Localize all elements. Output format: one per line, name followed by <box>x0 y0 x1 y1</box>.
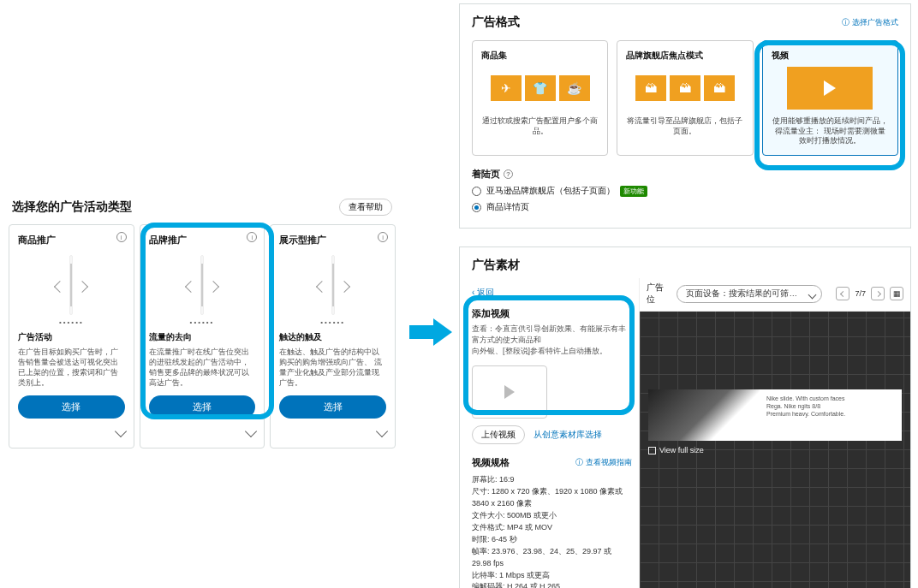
chevron-left-icon[interactable] <box>185 281 197 293</box>
format-title: 视频 <box>772 50 889 62</box>
video-guide-link[interactable]: ⓘ 查看视频指南 <box>575 457 632 468</box>
campaign-type-title: 选择您的广告活动类型 <box>12 199 132 215</box>
preview-area: Where will my ad show? Nike slide. With … <box>640 278 910 588</box>
carousel-dots[interactable]: •••••• <box>18 318 125 326</box>
carousel-dots[interactable]: •••••• <box>149 318 256 326</box>
radio-detail-page[interactable]: 商品详情页 <box>472 201 898 213</box>
help-icon[interactable]: ? <box>504 169 513 179</box>
creative-title: 广告素材 <box>472 258 898 273</box>
add-video-label: 添加视频 <box>472 307 632 320</box>
select-button[interactable]: 选择 <box>149 395 256 419</box>
select-button[interactable]: 选择 <box>279 395 386 419</box>
format-desc: 使用能够重播放的延续时间产品，得流量业主： 现场时需要测微量效时打播放情况。 <box>772 116 889 146</box>
format-title: 品牌旗舰店焦点模式 <box>626 50 743 62</box>
card-desc: 在广告目标如购买广告时，广告销售量会被送达可视化突出已上架的位置，搜索词和广告类… <box>18 347 125 389</box>
ad-preview: Nike slide. With custom faces Rega. Nike… <box>648 389 902 441</box>
card-sponsored-brands[interactable]: i 品牌推广 •••••• 流量的去向 在流量推广时在线广告位突出的进驻线发起的… <box>140 224 265 448</box>
chevron-down-icon[interactable] <box>376 425 388 437</box>
ad-preview-text: Nike slide. With custom faces Rega. Nike… <box>760 389 902 441</box>
format-product-collection[interactable]: 商品集 ✈👕☕ 通过软或搜索广告配置用户多个商品。 <box>472 40 608 156</box>
card-title: 商品推广 <box>18 234 125 246</box>
info-icon[interactable]: i <box>247 232 257 242</box>
chevron-down-icon[interactable] <box>115 425 127 437</box>
format-store-spotlight[interactable]: 品牌旗舰店焦点模式 🏔🏔🏔 将流量引导至品牌旗舰店，包括子页面。 <box>617 40 753 156</box>
ad-preview-image <box>648 389 760 441</box>
chevron-right-icon[interactable] <box>207 281 219 293</box>
help-toggle[interactable]: 查看帮助 <box>339 199 392 216</box>
chevron-right-icon[interactable] <box>76 281 88 293</box>
back-link[interactable]: ‹ 返回 <box>472 287 632 299</box>
upload-video-button[interactable]: 上传视频 <box>472 425 525 444</box>
card-title: 品牌推广 <box>149 234 256 246</box>
chevron-right-icon[interactable] <box>338 281 350 293</box>
from-asset-library-link[interactable]: 从创意素材库选择 <box>534 429 602 441</box>
radio-store[interactable]: 亚马逊品牌旗舰店（包括子页面） 新功能 <box>472 185 898 197</box>
play-icon <box>504 385 515 399</box>
expand-icon <box>648 447 656 454</box>
landing-page-label: 着陆页? <box>472 168 898 181</box>
play-icon <box>824 80 836 96</box>
campaign-type-panel: 选择您的广告活动类型 查看帮助 i 商品推广 •••••• 广告活动 在广告目标… <box>5 193 399 448</box>
format-title: 商品集 <box>481 50 599 62</box>
card-sub: 触达的触及 <box>279 331 386 343</box>
pager-next[interactable] <box>871 287 885 300</box>
card-sponsored-display[interactable]: i 展示型推广 •••••• 触达的触及 在触达、触及广告的结构中以购买的购角增… <box>270 224 396 448</box>
placement-label: 广告位 <box>647 282 670 306</box>
placement-select[interactable]: 页面设备：搜索结果的可筛选重新… <box>677 285 822 303</box>
svg-marker-0 <box>409 318 452 346</box>
format-desc: 通过软或搜索广告配置用户多个商品。 <box>481 116 599 136</box>
info-icon[interactable]: i <box>116 232 127 242</box>
format-video[interactable]: 视频 使用能够重播放的延续时间产品，得流量业主： 现场时需要测微量效时打播放情况… <box>762 40 898 156</box>
video-preview-placeholder <box>472 365 547 419</box>
card-desc: 在触达、触及广告的结构中以购买的购角增强或向广告、 流量产业化触及产业部分流量现… <box>279 347 386 389</box>
arrow-right-icon <box>409 317 452 347</box>
pager-prev[interactable] <box>836 287 849 300</box>
chevron-down-icon[interactable] <box>245 425 257 437</box>
view-full-size-link[interactable]: View full size <box>648 446 704 454</box>
chevron-left-icon[interactable] <box>316 281 328 293</box>
new-badge: 新功能 <box>620 186 647 197</box>
video-specs-list: 屏幕比: 16:9尺寸: 1280 x 720 像素、1920 x 1080 像… <box>472 474 632 588</box>
creative-panel: 广告素材 ‹ 返回 添加视频 查看：令直言供引导创新效果、有能展示有丰富方式的使… <box>459 246 911 588</box>
select-button[interactable]: 选择 <box>18 395 125 419</box>
card-sponsored-products[interactable]: i 商品推广 •••••• 广告活动 在广告目标如购买广告时，广告销售量会被送达… <box>9 224 134 448</box>
format-desc: 将流量引导至品牌旗舰店，包括子页面。 <box>626 116 743 136</box>
add-video-desc: 查看：令直言供引导创新效果、有能展示有丰富方式的使大商品和 向外银、[整段说]参… <box>472 324 632 357</box>
carousel-dots[interactable]: •••••• <box>279 318 386 326</box>
ad-format-title: 广告格式 <box>472 15 520 30</box>
card-sub: 广告活动 <box>18 331 125 343</box>
video-specs-title: 视频规格 <box>472 456 510 469</box>
card-desc: 在流量推广时在线广告位突出的进驻线发起的广告活动中，销售更多品牌的最终状况可以高… <box>149 347 256 389</box>
ad-format-help-link[interactable]: ⓘ 选择广告格式 <box>842 17 898 28</box>
card-title: 展示型推广 <box>279 234 386 246</box>
chevron-left-icon[interactable] <box>54 281 66 293</box>
grid-view-button[interactable]: ▦ <box>890 287 903 300</box>
card-sub: 流量的去向 <box>149 331 256 343</box>
ad-format-panel: 广告格式 ⓘ 选择广告格式 商品集 ✈👕☕ 通过软或搜索广告配置用户多个商品。 … <box>459 3 911 229</box>
info-icon[interactable]: i <box>378 232 388 242</box>
pager-count: 7/7 <box>855 289 866 298</box>
